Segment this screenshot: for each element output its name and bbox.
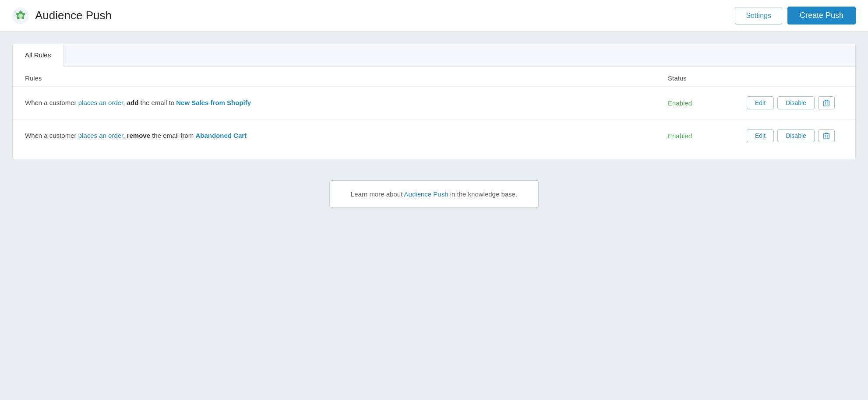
header-left: Audience Push	[12, 7, 112, 24]
app-header: Audience Push Settings Create Push	[0, 0, 868, 32]
rule-link2-2[interactable]: Abandoned Cart	[195, 132, 247, 139]
settings-button[interactable]: Settings	[735, 7, 782, 25]
info-box: Learn more about Audience Push in the kn…	[329, 180, 539, 208]
col-header-rules: Rules	[25, 74, 668, 82]
rule-bold1-2: remove	[127, 132, 150, 139]
trash-icon-1	[823, 99, 830, 106]
table-header-row: Rules Status	[13, 67, 855, 87]
rule-bold1-1: add	[127, 99, 139, 106]
rule-actions-1: Edit Disable	[747, 96, 843, 109]
rules-card: All Rules Rules Status When a customer p…	[12, 44, 856, 159]
rule-link2-1[interactable]: New Sales from Shopify	[176, 99, 251, 106]
delete-button-2[interactable]	[818, 129, 835, 142]
main-content: All Rules Rules Status When a customer p…	[0, 32, 868, 229]
rule-text-1: When a customer places an order, add the…	[25, 98, 668, 108]
create-push-button[interactable]: Create Push	[787, 7, 856, 25]
delete-button-1[interactable]	[818, 96, 835, 109]
col-header-status: Status	[668, 74, 747, 82]
info-text-after: in the knowledge base.	[448, 190, 518, 198]
info-link[interactable]: Audience Push	[404, 190, 448, 198]
tab-all-rules[interactable]: All Rules	[13, 44, 64, 67]
app-logo-icon	[12, 7, 29, 24]
tabs-bar: All Rules	[13, 44, 855, 67]
rule-text-before-2: When a customer	[25, 132, 78, 139]
rule-link1-2[interactable]: places an order	[78, 132, 123, 139]
rules-table: Rules Status When a customer places an o…	[13, 67, 855, 159]
svg-point-1	[18, 14, 23, 18]
info-text-before: Learn more about	[351, 190, 404, 198]
disable-button-1[interactable]: Disable	[777, 96, 815, 109]
edit-button-1[interactable]: Edit	[747, 96, 774, 109]
trash-icon-2	[823, 132, 830, 139]
rule-actions-2: Edit Disable	[747, 129, 843, 142]
edit-button-2[interactable]: Edit	[747, 129, 774, 142]
header-actions: Settings Create Push	[735, 7, 856, 25]
rule-status-1: Enabled	[668, 99, 747, 107]
rule-middle2-1: the email to	[138, 99, 176, 106]
table-row: When a customer places an order, remove …	[13, 119, 855, 152]
disable-button-2[interactable]: Disable	[777, 129, 815, 142]
info-box-wrapper: Learn more about Audience Push in the kn…	[12, 159, 856, 229]
rule-comma-2: ,	[123, 132, 127, 139]
page-title: Audience Push	[35, 9, 112, 22]
rule-status-2: Enabled	[668, 132, 747, 140]
svg-rect-2	[824, 101, 829, 106]
rule-text-2: When a customer places an order, remove …	[25, 131, 668, 141]
rule-link1-1[interactable]: places an order	[78, 99, 123, 106]
rule-comma-1: ,	[123, 99, 127, 106]
rule-middle2-2: the email from	[150, 132, 195, 139]
table-row: When a customer places an order, add the…	[13, 87, 855, 119]
rule-text-before-1: When a customer	[25, 99, 78, 106]
svg-rect-6	[824, 134, 829, 139]
